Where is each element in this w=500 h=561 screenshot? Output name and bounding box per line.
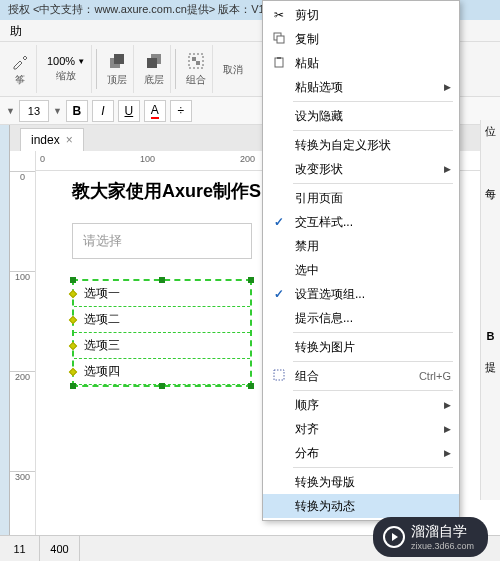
panel-label: B bbox=[481, 326, 500, 346]
italic-button[interactable]: I bbox=[92, 100, 114, 122]
menu-order[interactable]: 顺序▶ bbox=[263, 393, 459, 417]
panel-label: 位 bbox=[481, 120, 500, 143]
chevron-right-icon: ▶ bbox=[444, 400, 451, 410]
menu-change-shape[interactable]: 改变形状▶ bbox=[263, 157, 459, 181]
svg-rect-5 bbox=[192, 57, 196, 61]
connector-icon bbox=[69, 315, 77, 323]
back-label: 底层 bbox=[144, 73, 164, 87]
menu-set-group[interactable]: ✓设置选项组... bbox=[263, 282, 459, 306]
option-item[interactable]: 选项一 bbox=[74, 281, 250, 307]
eyedropper-label: 筝 bbox=[15, 73, 25, 87]
menu-to-dynamic[interactable]: 转换为动态 bbox=[263, 494, 459, 518]
status-value: 400 bbox=[40, 536, 80, 561]
clipboard-icon bbox=[273, 56, 285, 71]
menu-separator bbox=[293, 183, 453, 184]
close-icon[interactable]: × bbox=[66, 133, 73, 147]
scissors-icon: ✂ bbox=[274, 8, 284, 22]
divider-button[interactable]: ÷ bbox=[170, 100, 192, 122]
menu-separator bbox=[293, 130, 453, 131]
copy-icon bbox=[273, 32, 285, 47]
status-value: 11 bbox=[0, 536, 40, 561]
chevron-down-icon[interactable]: ▼ bbox=[77, 57, 85, 66]
layers-front-icon bbox=[107, 51, 127, 71]
menu-to-master[interactable]: 转换为母版 bbox=[263, 470, 459, 494]
title-text: 授权 <中文支持：www.axure.com.cn提供> 版本：V1.4 bbox=[8, 3, 274, 15]
group-icon bbox=[186, 51, 206, 71]
menu-group[interactable]: 组合Ctrl+G bbox=[263, 364, 459, 388]
svg-rect-11 bbox=[274, 370, 284, 380]
panel-label: 提 bbox=[481, 356, 500, 379]
menu-interact-style[interactable]: ✓交互样式... bbox=[263, 210, 459, 234]
tab-index[interactable]: index × bbox=[20, 128, 84, 151]
menu-distribute[interactable]: 分布▶ bbox=[263, 441, 459, 465]
option-item[interactable]: 选项二 bbox=[74, 307, 250, 333]
handle-icon[interactable] bbox=[70, 383, 76, 389]
layers-back-icon bbox=[144, 51, 164, 71]
menu-separator bbox=[293, 467, 453, 468]
cancel-tool[interactable]: 取消 bbox=[217, 45, 249, 93]
watermark-url: zixue.3d66.com bbox=[411, 541, 474, 551]
menu-separator bbox=[293, 361, 453, 362]
menu-to-image[interactable]: 转换为图片 bbox=[263, 335, 459, 359]
menu-set-hidden[interactable]: 设为隐藏 bbox=[263, 104, 459, 128]
svg-rect-1 bbox=[114, 54, 124, 64]
svg-rect-3 bbox=[147, 58, 157, 68]
menu-cut[interactable]: ✂剪切 bbox=[263, 3, 459, 27]
play-logo-icon bbox=[383, 526, 405, 548]
svg-rect-10 bbox=[277, 57, 281, 59]
chevron-down-icon[interactable]: ▼ bbox=[53, 106, 62, 116]
bold-button[interactable]: B bbox=[66, 100, 88, 122]
group-label: 组合 bbox=[186, 73, 206, 87]
svg-rect-8 bbox=[277, 36, 284, 43]
option-item[interactable]: 选项四 bbox=[74, 359, 250, 385]
eyedropper-icon bbox=[10, 51, 30, 71]
menu-select[interactable]: 选中 bbox=[263, 258, 459, 282]
check-icon: ✓ bbox=[274, 215, 284, 229]
group-tool[interactable]: 组合 bbox=[180, 45, 213, 93]
right-panel[interactable]: 位 每 B 提 bbox=[480, 120, 500, 500]
menu-copy[interactable]: 复制 bbox=[263, 27, 459, 51]
font-size-input[interactable] bbox=[19, 100, 49, 122]
underline-button[interactable]: U bbox=[118, 100, 140, 122]
chevron-right-icon: ▶ bbox=[444, 82, 451, 92]
zoom-tool[interactable]: 100% ▼ 缩放 bbox=[41, 45, 92, 93]
svg-rect-9 bbox=[275, 58, 283, 67]
zoom-value: 100% bbox=[47, 55, 75, 67]
connector-icon bbox=[69, 341, 77, 349]
option-item[interactable]: 选项三 bbox=[74, 333, 250, 359]
menu-paste-options[interactable]: 粘贴选项▶ bbox=[263, 75, 459, 99]
font-color-button[interactable]: A bbox=[144, 100, 166, 122]
chevron-down-icon[interactable]: ▼ bbox=[6, 106, 15, 116]
select-widget[interactable]: 请选择 bbox=[72, 223, 252, 259]
cancel-label: 取消 bbox=[223, 63, 243, 77]
chevron-right-icon: ▶ bbox=[444, 448, 451, 458]
menu-paste[interactable]: 粘贴 bbox=[263, 51, 459, 75]
handle-icon[interactable] bbox=[159, 383, 165, 389]
connector-icon bbox=[69, 367, 77, 375]
check-icon: ✓ bbox=[274, 287, 284, 301]
menu-help[interactable]: 助 bbox=[0, 20, 32, 41]
ruler-tick: 0 bbox=[10, 171, 35, 182]
menu-convert-custom[interactable]: 转换为自定义形状 bbox=[263, 133, 459, 157]
ruler-tick: 100 bbox=[10, 271, 35, 282]
watermark: 溜溜自学 zixue.3d66.com bbox=[373, 517, 488, 557]
options-group[interactable]: 选项一 选项二 选项三 选项四 bbox=[72, 279, 252, 387]
chevron-right-icon: ▶ bbox=[444, 164, 451, 174]
ruler-tick: 300 bbox=[10, 471, 35, 482]
menu-separator bbox=[293, 332, 453, 333]
menu-ref-page[interactable]: 引用页面 bbox=[263, 186, 459, 210]
watermark-brand: 溜溜自学 bbox=[411, 523, 467, 539]
eyedropper-tool[interactable]: 筝 bbox=[4, 45, 37, 93]
panel-label: 每 bbox=[481, 183, 500, 206]
bring-front-tool[interactable]: 顶层 bbox=[101, 45, 134, 93]
send-back-tool[interactable]: 底层 bbox=[138, 45, 171, 93]
ruler-tick: 0 bbox=[40, 154, 45, 164]
menu-disable[interactable]: 禁用 bbox=[263, 234, 459, 258]
zoom-label: 缩放 bbox=[56, 69, 76, 83]
svg-rect-6 bbox=[196, 61, 200, 65]
left-panel-collapsed[interactable] bbox=[0, 125, 10, 561]
menu-align[interactable]: 对齐▶ bbox=[263, 417, 459, 441]
handle-icon[interactable] bbox=[248, 383, 254, 389]
menu-separator bbox=[293, 390, 453, 391]
menu-tooltip[interactable]: 提示信息... bbox=[263, 306, 459, 330]
